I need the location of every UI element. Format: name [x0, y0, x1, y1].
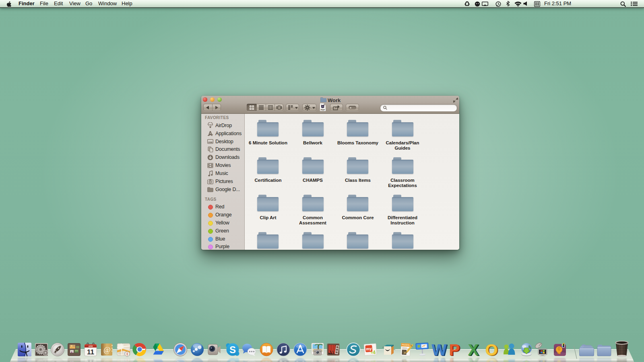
svg-text:S: S: [229, 344, 236, 355]
svg-text:P: P: [449, 356, 460, 362]
svg-text:@: @: [103, 346, 111, 354]
svg-text:W: W: [431, 356, 446, 362]
svg-text:4: 4: [372, 358, 376, 362]
svg-text:11: 11: [87, 348, 94, 356]
svg-text:APR: APR: [89, 345, 93, 348]
svg-text:S: S: [229, 359, 236, 362]
svg-text:v: v: [371, 360, 373, 362]
svg-text:PDF: PDF: [321, 109, 326, 111]
svg-text:11: 11: [87, 358, 94, 362]
svg-text:PAGES: PAGES: [402, 343, 410, 346]
svg-text:O: O: [485, 356, 497, 362]
svg-text:v: v: [371, 350, 373, 354]
svg-text:@: @: [103, 360, 111, 362]
svg-text:X: X: [468, 356, 479, 362]
